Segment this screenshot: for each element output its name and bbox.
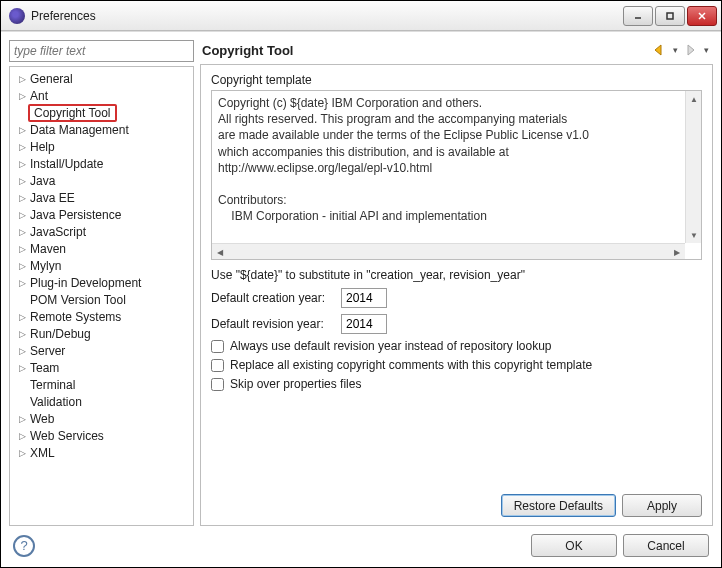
creation-year-input[interactable]	[341, 288, 387, 308]
expand-icon[interactable]: ▷	[16, 414, 28, 424]
expand-icon[interactable]: ▷	[16, 278, 28, 288]
expand-icon[interactable]: ▷	[16, 193, 28, 203]
expand-icon[interactable]: ▷	[16, 159, 28, 169]
revision-year-input[interactable]	[341, 314, 387, 334]
filter-box[interactable]	[9, 40, 194, 62]
tree-item-label: Terminal	[28, 378, 77, 392]
apply-button[interactable]: Apply	[622, 494, 702, 517]
tree-item-general[interactable]: ▷General	[10, 70, 193, 87]
tree-item-web-services[interactable]: ▷Web Services	[10, 427, 193, 444]
tree-item-label: Plug-in Development	[28, 276, 143, 290]
preferences-dialog: Preferences ▷General▷AntCopyright Tool▷D…	[0, 0, 722, 568]
restore-defaults-button[interactable]: Restore Defaults	[501, 494, 616, 517]
tree-item-xml[interactable]: ▷XML	[10, 444, 193, 461]
skip-properties-checkbox[interactable]	[211, 378, 224, 391]
expand-icon[interactable]: ▷	[16, 227, 28, 237]
tree-item-server[interactable]: ▷Server	[10, 342, 193, 359]
expand-icon[interactable]: ▷	[16, 261, 28, 271]
tree-item-label: Web	[28, 412, 56, 426]
page-title: Copyright Tool	[202, 43, 651, 58]
tree-item-maven[interactable]: ▷Maven	[10, 240, 193, 257]
expand-icon[interactable]: ▷	[16, 329, 28, 339]
maximize-button[interactable]	[655, 6, 685, 26]
expand-icon[interactable]: ▷	[16, 210, 28, 220]
expand-icon[interactable]: ▷	[16, 176, 28, 186]
tree-item-label: General	[28, 72, 75, 86]
template-textarea[interactable]: Copyright (c) ${date} IBM Corporation an…	[212, 91, 685, 243]
scroll-down-icon[interactable]: ▼	[686, 227, 702, 243]
tree-item-label: Java EE	[28, 191, 77, 205]
back-menu-caret[interactable]: ▾	[671, 45, 680, 55]
tree-item-label: XML	[28, 446, 57, 460]
back-button[interactable]	[651, 42, 669, 58]
tree-item-java-ee[interactable]: ▷Java EE	[10, 189, 193, 206]
tree-item-web[interactable]: ▷Web	[10, 410, 193, 427]
scrollbar-horizontal[interactable]: ◀ ▶	[212, 243, 685, 259]
titlebar[interactable]: Preferences	[1, 1, 721, 31]
tree-item-pom-version-tool[interactable]: POM Version Tool	[10, 291, 193, 308]
tree-item-label: Web Services	[28, 429, 106, 443]
expand-icon[interactable]: ▷	[16, 363, 28, 373]
expand-icon[interactable]: ▷	[16, 448, 28, 458]
use-default-revision-label: Always use default revision year instead…	[230, 339, 552, 353]
use-default-revision-checkbox[interactable]	[211, 340, 224, 353]
skip-properties-label: Skip over properties files	[230, 377, 361, 391]
help-icon[interactable]: ?	[13, 535, 35, 557]
revision-year-label: Default revision year:	[211, 317, 341, 331]
tree-item-label: Team	[28, 361, 61, 375]
replace-comments-checkbox[interactable]	[211, 359, 224, 372]
scroll-up-icon[interactable]: ▲	[686, 91, 702, 107]
substitution-hint: Use "${date}" to substitute in "creation…	[211, 268, 702, 282]
expand-icon[interactable]: ▷	[16, 431, 28, 441]
tree-item-plug-in-development[interactable]: ▷Plug-in Development	[10, 274, 193, 291]
tree-item-validation[interactable]: Validation	[10, 393, 193, 410]
tree-item-label: Copyright Tool	[28, 104, 117, 122]
replace-comments-label: Replace all existing copyright comments …	[230, 358, 592, 372]
tree-item-label: Java	[28, 174, 57, 188]
expand-icon[interactable]: ▷	[16, 244, 28, 254]
tree-item-remote-systems[interactable]: ▷Remote Systems	[10, 308, 193, 325]
expand-icon[interactable]: ▷	[16, 346, 28, 356]
tree-item-label: Remote Systems	[28, 310, 123, 324]
tree-item-team[interactable]: ▷Team	[10, 359, 193, 376]
expand-icon[interactable]: ▷	[16, 312, 28, 322]
eclipse-icon	[9, 8, 25, 24]
cancel-button[interactable]: Cancel	[623, 534, 709, 557]
scroll-right-icon[interactable]: ▶	[669, 244, 685, 260]
tree-item-install-update[interactable]: ▷Install/Update	[10, 155, 193, 172]
tree-item-terminal[interactable]: Terminal	[10, 376, 193, 393]
svg-rect-1	[667, 13, 673, 19]
minimize-button[interactable]	[623, 6, 653, 26]
filter-input[interactable]	[10, 41, 193, 61]
template-label: Copyright template	[211, 73, 702, 87]
preference-tree[interactable]: ▷General▷AntCopyright Tool▷Data Manageme…	[9, 66, 194, 526]
tree-item-label: JavaScript	[28, 225, 88, 239]
tree-item-java[interactable]: ▷Java	[10, 172, 193, 189]
tree-item-copyright-tool[interactable]: Copyright Tool	[10, 104, 193, 121]
expand-icon[interactable]: ▷	[16, 142, 28, 152]
scroll-left-icon[interactable]: ◀	[212, 244, 228, 260]
tree-item-label: Maven	[28, 242, 68, 256]
tree-item-label: Ant	[28, 89, 50, 103]
tree-item-mylyn[interactable]: ▷Mylyn	[10, 257, 193, 274]
expand-icon[interactable]: ▷	[16, 74, 28, 84]
template-textarea-container: Copyright (c) ${date} IBM Corporation an…	[211, 90, 702, 260]
tree-item-run-debug[interactable]: ▷Run/Debug	[10, 325, 193, 342]
tree-item-data-management[interactable]: ▷Data Management	[10, 121, 193, 138]
tree-item-label: Help	[28, 140, 57, 154]
ok-button[interactable]: OK	[531, 534, 617, 557]
tree-item-help[interactable]: ▷Help	[10, 138, 193, 155]
creation-year-label: Default creation year:	[211, 291, 341, 305]
tree-item-label: Mylyn	[28, 259, 63, 273]
forward-menu-caret[interactable]: ▾	[702, 45, 711, 55]
expand-icon[interactable]: ▷	[16, 91, 28, 101]
tree-item-javascript[interactable]: ▷JavaScript	[10, 223, 193, 240]
tree-item-label: POM Version Tool	[28, 293, 128, 307]
scrollbar-vertical[interactable]: ▲ ▼	[685, 91, 701, 243]
forward-button[interactable]	[682, 42, 700, 58]
close-button[interactable]	[687, 6, 717, 26]
tree-item-java-persistence[interactable]: ▷Java Persistence	[10, 206, 193, 223]
tree-item-ant[interactable]: ▷Ant	[10, 87, 193, 104]
tree-item-label: Server	[28, 344, 67, 358]
expand-icon[interactable]: ▷	[16, 125, 28, 135]
